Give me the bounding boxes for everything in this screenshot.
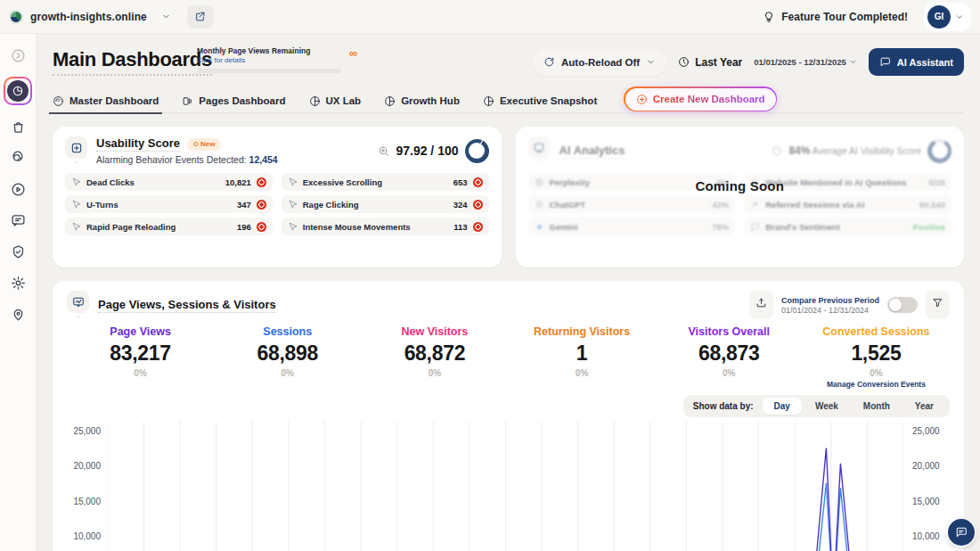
- ai-assistant-button[interactable]: AI Assistant: [869, 48, 964, 76]
- sidebar-item-collapse-panel[interactable]: [8, 45, 28, 65]
- ai-analytics-row: ChatGPT42%: [528, 195, 736, 213]
- gauge-icon: [53, 95, 64, 107]
- alarming-events-count: 12,454: [249, 154, 278, 165]
- tab-ux-lab[interactable]: UX Lab: [309, 89, 362, 113]
- chart-plot-area[interactable]: [108, 422, 903, 551]
- metric-value: 68,872: [361, 341, 508, 366]
- circle-split-icon: [384, 95, 396, 107]
- sidebar-item-settings[interactable]: [8, 273, 28, 292]
- account-menu[interactable]: GI: [924, 3, 971, 31]
- metric-value: 1: [509, 341, 656, 366]
- metric-value: 83,217: [67, 341, 214, 366]
- tab-growth-hub[interactable]: Growth Hub: [384, 89, 460, 113]
- referral-icon: [750, 200, 760, 210]
- filter-button[interactable]: [926, 291, 950, 319]
- ai-assistant-label: AI Assistant: [897, 57, 953, 68]
- sidebar-item-dashboards[interactable]: [4, 77, 32, 105]
- metric-label[interactable]: Returning Visitors: [509, 325, 656, 338]
- sidebar-item-heatmaps[interactable]: [8, 148, 28, 168]
- record-icon[interactable]: [473, 222, 483, 232]
- support-chat-button[interactable]: [948, 519, 975, 546]
- sidebar-item-ecommerce[interactable]: [8, 117, 28, 136]
- record-icon[interactable]: [257, 177, 266, 187]
- usability-event-row[interactable]: Dead Clicks10,821: [65, 173, 273, 191]
- chevron-down-icon: [535, 160, 543, 165]
- record-icon[interactable]: [473, 200, 483, 210]
- chat-icon: [955, 526, 968, 539]
- export-button[interactable]: [749, 291, 773, 319]
- granularity-month[interactable]: Month: [852, 398, 902, 415]
- card-expand-control[interactable]: [65, 136, 87, 165]
- record-icon[interactable]: [257, 200, 266, 210]
- monthly-pageviews-widget[interactable]: Monthly Page Views Remaining Click for d…: [197, 46, 341, 73]
- metric-delta: 0%: [509, 368, 656, 378]
- metric-converted-sessions: Converted Sessions1,5250%Manage Conversi…: [803, 325, 950, 389]
- export-icon: [755, 297, 767, 308]
- card-expand-control[interactable]: [67, 291, 89, 319]
- badge-dot-icon: [193, 142, 198, 146]
- trend-icon: [67, 291, 89, 313]
- metric-value: 68,873: [656, 341, 803, 366]
- usability-event-row[interactable]: Rage Clicking324: [282, 195, 489, 213]
- cursor-icon: [71, 177, 81, 187]
- date-range-label: 01/01/2025 - 12/31/2025: [754, 57, 846, 67]
- chatgpt-icon: [535, 200, 544, 210]
- tab-pages-dashboard[interactable]: Pages Dashboard: [182, 89, 285, 113]
- feature-tour-status[interactable]: Feature Tour Completed!: [763, 11, 908, 23]
- metric-label[interactable]: Page Views: [67, 325, 214, 338]
- y-tick-label: 10,000: [912, 531, 940, 541]
- sidebar-item-session-replay[interactable]: [8, 179, 28, 199]
- open-site-button[interactable]: [187, 5, 214, 29]
- manage-conversion-events-link[interactable]: Manage Conversion Events: [803, 380, 950, 389]
- ai-row-value: 78%: [712, 222, 729, 232]
- usability-event-row[interactable]: Rapid Page Reloading196: [65, 218, 273, 235]
- y-tick-label: 20,000: [912, 461, 940, 471]
- gemini-icon: [535, 222, 544, 232]
- sidebar-item-feedback[interactable]: [8, 210, 28, 230]
- coming-soon-overlay: Coming Soon: [516, 178, 965, 193]
- zoom-in-icon[interactable]: [378, 145, 389, 157]
- granularity-year[interactable]: Year: [903, 398, 945, 415]
- tab-master-dashboard[interactable]: Master Dashboard: [53, 89, 159, 113]
- monthly-pageviews-details-link[interactable]: Click for details: [197, 56, 341, 64]
- quota-infinity: ∞: [349, 46, 357, 60]
- domain-selector-label[interactable]: growth-insights.online: [30, 11, 147, 23]
- granularity-day[interactable]: Day: [763, 398, 802, 415]
- usability-event-row[interactable]: Excessive Scrolling653: [282, 173, 489, 191]
- date-range-picker[interactable]: 01/01/2025 - 12/31/2025: [754, 57, 857, 67]
- event-label: Rage Clicking: [303, 200, 448, 210]
- granularity-week[interactable]: Week: [804, 398, 850, 415]
- toggle-knob: [889, 299, 902, 311]
- metric-label[interactable]: New Visitors: [361, 325, 508, 338]
- tab-label: Growth Hub: [401, 95, 460, 106]
- usability-event-row[interactable]: Intense Mouse Movements113: [282, 218, 489, 235]
- tab-label: Master Dashboard: [69, 95, 159, 106]
- metric-delta: 0%: [67, 368, 214, 378]
- ai-analytics-card: AI Analytics 84% Average AI Visibility S…: [516, 127, 965, 267]
- sidebar-item-visitors[interactable]: [8, 304, 28, 324]
- tab-create-new-dashboard[interactable]: Create New Dashboard: [624, 86, 777, 111]
- chevron-down-icon[interactable]: [161, 12, 171, 21]
- auto-reload-dropdown[interactable]: Auto-Reload Off: [533, 49, 666, 76]
- record-icon[interactable]: [473, 177, 483, 187]
- metric-label[interactable]: Converted Sessions: [803, 325, 950, 338]
- record-icon[interactable]: [257, 222, 266, 232]
- ai-analytics-title: AI Analytics: [559, 144, 625, 159]
- y-tick-label: 15,000: [73, 497, 101, 506]
- ai-row-value: 90,540: [919, 200, 945, 210]
- usability-score-card: Usability Score New Alarming Behavior Ev…: [53, 127, 502, 267]
- monthly-pageviews-title: Monthly Page Views Remaining: [197, 46, 341, 55]
- tab-executive-snapshot[interactable]: Executive Snapshot: [483, 89, 597, 113]
- usability-event-row[interactable]: U-Turns347: [65, 195, 273, 213]
- period-selector[interactable]: Last Year: [678, 56, 742, 69]
- sidebar-item-seo-checker[interactable]: [8, 242, 28, 261]
- avatar: GI: [927, 5, 951, 29]
- metric-label[interactable]: Sessions: [214, 325, 361, 338]
- funnel-icon: [932, 297, 943, 308]
- y-axis-right: 25,00020,00015,00010,0005,000: [903, 422, 950, 551]
- compare-toggle[interactable]: [887, 297, 918, 313]
- event-value: 196: [237, 222, 251, 232]
- metric-label[interactable]: Visitors Overall: [656, 325, 803, 338]
- usability-subtitle: Alarming Behavior Events Detected: 12,45…: [96, 154, 278, 165]
- compare-period-block: Compare Previous Period 01/01/2024 - 12/…: [781, 296, 879, 315]
